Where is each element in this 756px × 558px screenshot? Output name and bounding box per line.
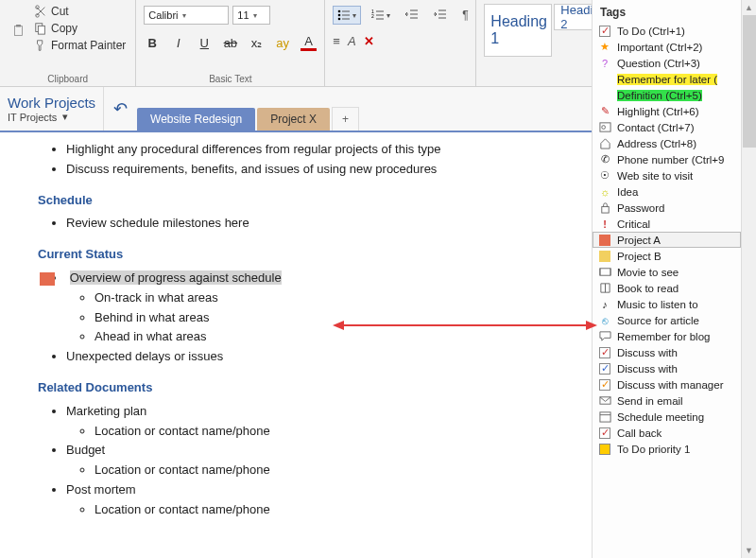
scroll-up-button[interactable]: ▲ (742, 0, 756, 15)
add-section-button[interactable]: + (332, 107, 359, 131)
list-item[interactable]: Location or contact name/phone (94, 500, 573, 520)
tag-item[interactable]: To Do priority 1 (593, 441, 741, 457)
tag-label: Web site to visit (617, 170, 693, 182)
copy-button[interactable]: Copy (32, 21, 128, 36)
font-name-combo[interactable]: Calibri▾ (144, 6, 229, 25)
tag-label: Password (617, 202, 665, 214)
list-item[interactable]: Marketing plan Location or contact name/… (66, 402, 573, 442)
tag-item[interactable]: ✓Discuss with (593, 360, 741, 376)
svg-rect-14 (599, 269, 610, 275)
mail-icon (598, 394, 611, 408)
list-item[interactable]: Review schedule milestones here (66, 214, 573, 234)
tag-item[interactable]: ✓Call back (593, 425, 741, 441)
svg-rect-0 (14, 26, 22, 35)
indent-button[interactable] (429, 6, 452, 25)
tag-item[interactable]: ☉Web site to visit (593, 167, 741, 183)
tag-item[interactable]: Address (Ctrl+8) (593, 135, 741, 151)
tag-item[interactable]: Send in email (593, 392, 741, 409)
paste-button[interactable] (8, 4, 28, 57)
font-size-combo[interactable]: 11▾ (232, 6, 270, 25)
tag-item[interactable]: Password (593, 200, 741, 216)
tag-item[interactable]: Project A (593, 232, 741, 248)
tag-label: Idea (617, 186, 638, 198)
tag-item[interactable]: !Critical (593, 216, 741, 232)
tag-item[interactable]: Remember for later ( (593, 71, 741, 87)
list-item[interactable]: Discuss requirements, benefits, and issu… (66, 160, 573, 180)
highlight-button[interactable]: ay (274, 36, 291, 50)
vertical-scrollbar[interactable]: ▲ ▼ (741, 0, 756, 558)
source-icon: ⎋ (598, 314, 611, 327)
tag-item[interactable]: ✎Highlight (Ctrl+6) (593, 103, 741, 119)
list-item[interactable]: Post mortem Location or contact name/pho… (66, 480, 573, 520)
bulb-icon: ☼ (598, 185, 611, 199)
tag-item[interactable]: Remember for blog (593, 328, 741, 344)
checkbox-blue-icon: ✓ (598, 362, 611, 375)
align-button[interactable]: ≡ (333, 34, 340, 48)
paragraph-options-button[interactable]: ¶ (457, 6, 472, 25)
tab-project-x[interactable]: Project X (257, 108, 330, 131)
svg-rect-1 (16, 25, 21, 26)
heading-current-status[interactable]: Current Status (38, 245, 573, 265)
tag-item[interactable]: Definition (Ctrl+5) (593, 87, 741, 103)
notebook-picker[interactable]: Work Projects IT Projects▾ (0, 87, 104, 131)
list-item[interactable]: On-track in what areas (94, 288, 573, 308)
list-item[interactable]: Location or contact name/phone (94, 461, 573, 480)
tag-item[interactable]: ⎋Source for article (593, 312, 741, 328)
bold-button[interactable]: B (144, 36, 161, 50)
tag-marker-project-a (40, 272, 55, 286)
page-content[interactable]: Highlight any procedural differences fro… (0, 132, 592, 558)
delete-button[interactable]: ✕ (364, 34, 374, 48)
scissors-icon (34, 5, 47, 18)
tag-item[interactable]: ✓Discuss with manager (593, 376, 741, 392)
tag-item[interactable]: ✆Phone number (Ctrl+9 (593, 151, 741, 167)
tag-label: Question (Ctrl+3) (617, 58, 700, 69)
tab-website-redesign[interactable]: Website Redesign (137, 108, 255, 131)
sq-orange-icon (598, 234, 611, 247)
tag-item[interactable]: Schedule meeting (593, 409, 741, 425)
tag-item[interactable]: ☼Idea (593, 183, 741, 200)
tag-item[interactable]: Book to read (593, 280, 741, 296)
tag-item[interactable]: Project B (593, 248, 741, 264)
list-item[interactable]: Behind in what areas (94, 308, 573, 328)
tag-label: Source for article (617, 315, 699, 326)
cut-button[interactable]: Cut (32, 4, 128, 19)
list-item[interactable]: Overview of progress against schedule On… (66, 269, 573, 347)
tag-label: Phone number (Ctrl+9 (617, 154, 724, 166)
italic-button[interactable]: I (170, 36, 187, 50)
tag-item[interactable]: ✓Discuss with (593, 344, 741, 360)
heading-schedule[interactable]: Schedule (38, 191, 573, 211)
scroll-thumb[interactable] (743, 15, 756, 148)
bang-icon: ! (598, 218, 611, 231)
list-item[interactable]: Location or contact name/phone (94, 422, 573, 442)
scroll-down-button[interactable]: ▼ (742, 543, 756, 558)
underline-button[interactable]: U (197, 36, 214, 50)
tag-item[interactable]: Contact (Ctrl+7) (593, 119, 741, 135)
phone-icon: ✆ (598, 153, 611, 166)
list-item[interactable]: Unexpected delays or issues (66, 347, 573, 367)
svg-point-7 (338, 14, 341, 17)
format-painter-button[interactable]: Format Painter (32, 38, 128, 53)
tag-item[interactable]: ?Question (Ctrl+3) (593, 55, 741, 71)
clear-fmt-button[interactable]: A (348, 34, 356, 48)
tag-item[interactable]: ✓To Do (Ctrl+1) (593, 23, 741, 39)
tag-item[interactable]: ♪Music to listen to (593, 296, 741, 312)
strike-button[interactable]: ab (222, 36, 239, 50)
undo-button[interactable]: ↶ (104, 98, 137, 119)
font-color-button[interactable]: A (301, 34, 318, 51)
tag-item[interactable]: Movie to see (593, 264, 741, 280)
lock-icon (598, 201, 611, 215)
selected-text[interactable]: Overview of progress against schedule (70, 270, 282, 285)
outdent-button[interactable] (401, 6, 423, 25)
list-item[interactable]: Highlight any procedural differences fro… (66, 140, 573, 160)
subscript-button[interactable]: x₂ (249, 36, 266, 50)
list-item[interactable]: Budget Location or contact name/phone (66, 441, 573, 480)
svg-rect-16 (599, 412, 610, 422)
tag-item[interactable]: ★Important (Ctrl+2) (593, 39, 741, 55)
heading1-style[interactable]: Heading 1 (484, 4, 552, 57)
numbered-list-button[interactable]: 12▾ (367, 6, 395, 25)
tag-label: Discuss with (617, 347, 678, 358)
heading-related-docs[interactable]: Related Documents (38, 378, 573, 398)
bulleted-list-button[interactable]: ▾ (333, 6, 361, 25)
speech-icon (598, 330, 611, 343)
list-item[interactable]: Ahead in what areas (94, 327, 573, 347)
